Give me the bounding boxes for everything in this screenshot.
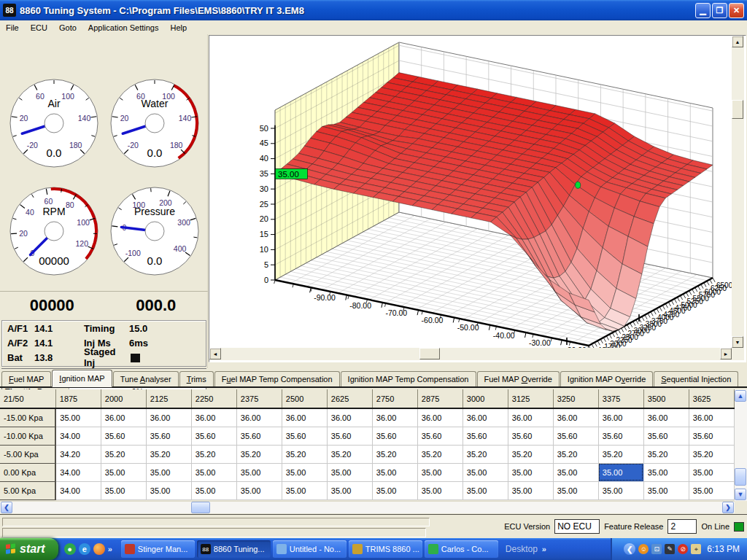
map-cell[interactable]: 35.00 (553, 481, 598, 499)
map-cell[interactable]: 35.20 (372, 445, 417, 463)
map-cell[interactable]: 35.00 (282, 481, 327, 499)
quicklaunch-overflow-chevron-icon[interactable]: » (108, 545, 112, 553)
map-cell[interactable]: 35.60 (508, 427, 553, 445)
map-cell[interactable]: 35.20 (236, 445, 282, 463)
map-cell[interactable]: 34.00 (55, 427, 101, 445)
map-cell[interactable]: 35.00 (236, 463, 282, 481)
menu-application-settings[interactable]: Application Settings (82, 22, 165, 34)
map-cell[interactable]: 35.20 (282, 445, 327, 463)
tray-collapse-chevron-icon[interactable]: ❮ (624, 543, 635, 555)
map-cell-selected[interactable]: 35.00 (598, 463, 643, 481)
scroll-up-icon[interactable]: ▲ (732, 36, 743, 47)
map-cell[interactable]: 35.00 (553, 463, 598, 481)
tab-trims[interactable]: Trims (179, 371, 214, 386)
table-hscroll-thumb[interactable] (191, 502, 210, 513)
plot-horizontal-scrollbar[interactable]: ◄ ► (209, 348, 732, 360)
messenger-tray-icon[interactable]: ☺ (638, 544, 649, 554)
quicklaunch-app-icon[interactable]: ● (64, 543, 76, 555)
map-cell[interactable]: 35.20 (598, 445, 643, 463)
map-cell[interactable]: 35.00 (372, 481, 417, 499)
map-cell[interactable]: 36.00 (327, 408, 372, 427)
map-cell[interactable]: 35.00 (327, 463, 372, 481)
map-cell[interactable]: 36.00 (689, 408, 734, 427)
table-scroll-left-icon[interactable]: ❮ (1, 502, 12, 513)
minimize-button[interactable]: ▁ (695, 3, 711, 18)
map-cell[interactable]: 35.00 (643, 481, 689, 499)
display-signal-icon[interactable]: ⊡ (651, 544, 662, 554)
map-cell[interactable]: 36.00 (508, 408, 553, 427)
map-cell[interactable]: 35.00 (462, 463, 508, 481)
map-cell[interactable]: 36.00 (282, 408, 327, 427)
map-cell[interactable]: 36.00 (146, 408, 191, 427)
map-cell[interactable]: 35.60 (236, 427, 282, 445)
taskbar-task-2[interactable]: 888860 Tuning... (197, 540, 271, 558)
map-cell[interactable]: 36.00 (372, 408, 417, 427)
map-cell[interactable]: 34.20 (55, 445, 101, 463)
taskbar-task-3[interactable]: Untitled - No... (273, 540, 347, 558)
restore-button[interactable]: ❐ (712, 3, 727, 18)
map-cell[interactable]: 35.00 (372, 463, 417, 481)
map-cell[interactable]: 35.00 (689, 481, 734, 499)
map-cell[interactable]: 35.60 (689, 427, 734, 445)
map-cell[interactable]: 35.60 (372, 427, 417, 445)
title-bar[interactable]: 88 8860 Tuning System - C:\Program Files… (0, 0, 747, 20)
scroll-left-icon[interactable]: ◄ (209, 348, 221, 359)
alert-tray-icon[interactable]: ⊘ (678, 544, 688, 554)
map-cell[interactable]: 35.00 (101, 481, 146, 499)
map-cell[interactable]: 35.00 (417, 481, 462, 499)
plot-hscroll-thumb[interactable] (419, 348, 440, 359)
table-horizontal-scrollbar[interactable]: ❮ ❯ (0, 501, 735, 513)
map-cell[interactable]: 36.00 (462, 408, 508, 427)
map-cell[interactable]: 36.00 (236, 408, 282, 427)
map-cell[interactable]: 35.60 (417, 427, 462, 445)
taskbar-task-5[interactable]: Carlos - Co... (425, 540, 498, 558)
map-cell[interactable]: 35.20 (327, 445, 372, 463)
menu-ecu[interactable]: ECU (25, 22, 53, 34)
map-cell[interactable]: 36.00 (191, 408, 236, 427)
map-cell[interactable]: 35.20 (508, 445, 553, 463)
map-cell[interactable]: 35.60 (643, 427, 689, 445)
close-button[interactable]: ✕ (729, 3, 744, 18)
map-cell[interactable]: 36.00 (553, 408, 598, 427)
map-cell[interactable]: 36.00 (598, 408, 643, 427)
firefox-icon[interactable] (93, 543, 105, 555)
map-cell[interactable]: 36.00 (643, 408, 689, 427)
tab-sequential-injection[interactable]: Sequential Injection (654, 371, 738, 386)
map-cell[interactable]: 35.60 (191, 427, 236, 445)
table-vscroll-thumb[interactable] (735, 468, 746, 486)
map-cell[interactable]: 35.00 (508, 481, 553, 499)
table-scroll-right-icon[interactable]: ❯ (722, 502, 734, 513)
map-cell[interactable]: 35.60 (146, 427, 191, 445)
table-scroll-up-icon[interactable]: ▲ (735, 390, 746, 402)
plot-vscroll-thumb[interactable] (732, 100, 743, 119)
plot-vertical-scrollbar[interactable]: ▲ ▼ (732, 36, 744, 348)
map-cell[interactable]: 35.20 (101, 445, 146, 463)
tab-ignition-map-temp-compensation[interactable]: Ignition MAP Temp Compensation (341, 371, 476, 386)
desktop-toolbar-label[interactable]: Desktop (506, 544, 538, 554)
tab-fuel-map-override[interactable]: Fuel MAP Override (477, 371, 560, 386)
map-cell[interactable]: 35.00 (236, 481, 282, 499)
menu-file[interactable]: File (0, 22, 25, 34)
menu-goto[interactable]: Goto (53, 22, 82, 34)
map-cell[interactable]: 35.20 (146, 445, 191, 463)
map-cell[interactable]: 35.20 (643, 445, 689, 463)
menu-help[interactable]: Help (164, 22, 193, 34)
map-cell[interactable]: 34.00 (55, 481, 101, 499)
map-cell[interactable]: 35.60 (101, 427, 146, 445)
tab-ignition-map[interactable]: Ignition MAP (52, 370, 112, 387)
table-vertical-scrollbar[interactable]: ▲ ▼ (735, 389, 747, 501)
map-cell[interactable]: 35.20 (462, 445, 508, 463)
map-cell[interactable]: 35.00 (146, 463, 191, 481)
scroll-down-icon[interactable]: ▼ (732, 336, 743, 348)
tab-fuel-map-temp-compensation[interactable]: Fuel MAP Temp Compensation (214, 371, 340, 386)
map-cell[interactable]: 35.00 (508, 463, 553, 481)
map-cell[interactable]: 35.00 (191, 481, 236, 499)
map-cell[interactable]: 35.00 (327, 481, 372, 499)
map-cell[interactable]: 35.00 (191, 463, 236, 481)
map-cell[interactable]: 36.00 (417, 408, 462, 427)
scroll-right-icon[interactable]: ► (720, 348, 732, 359)
map-cell[interactable]: 35.00 (643, 463, 689, 481)
map-cell[interactable]: 35.60 (282, 427, 327, 445)
map-cell[interactable]: 35.00 (689, 463, 734, 481)
map-cell[interactable]: 35.20 (417, 445, 462, 463)
